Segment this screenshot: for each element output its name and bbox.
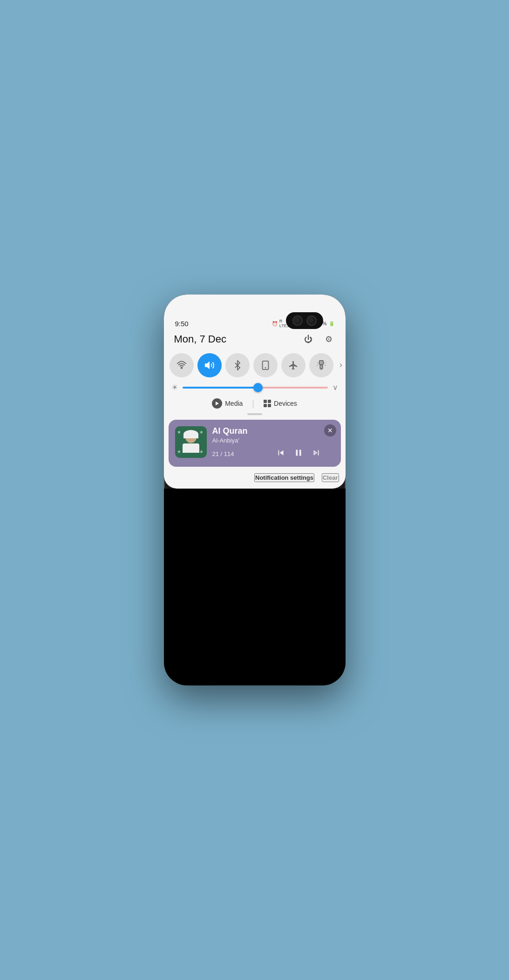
svg-marker-9 — [216, 402, 219, 405]
power-icon[interactable]: ⏻ — [302, 333, 315, 346]
notification-close-button[interactable]: ✕ — [324, 424, 336, 436]
notification-settings-button[interactable]: Notification settings — [254, 473, 314, 482]
camera-module — [286, 312, 323, 329]
qs-screen-button[interactable] — [253, 353, 278, 377]
phone-frame: 9:50 ⏰ RLTE1 📶 RLTE2 📶 67% 🔋 Mon, 7 Dec … — [164, 295, 346, 685]
svg-line-5 — [317, 362, 318, 363]
notification-actions: Notification settings Clear — [164, 470, 346, 489]
screen: 9:50 ⏰ RLTE1 📶 RLTE2 📶 67% 🔋 Mon, 7 Dec … — [164, 295, 346, 685]
qs-wifi-button[interactable] — [170, 353, 194, 377]
notification-artwork: ★ ★ ★ ★ — [175, 426, 207, 458]
date-row: Mon, 7 Dec ⏻ ⚙ — [164, 330, 346, 351]
notification-track-info: 21 / 114 — [212, 450, 273, 457]
date-text: Mon, 7 Dec — [174, 333, 227, 345]
notification-playback-buttons — [276, 448, 321, 460]
brightness-thumb[interactable] — [253, 383, 263, 392]
clear-button[interactable]: Clear — [322, 473, 339, 482]
alarm-icon: ⏰ — [272, 321, 278, 326]
media-play-icon — [212, 398, 222, 409]
brightness-icon: ☀ — [171, 383, 178, 392]
media-button[interactable]: Media — [212, 398, 243, 409]
notification-title: Al Quran — [212, 426, 321, 436]
status-time: 9:50 — [175, 320, 189, 328]
media-devices-row: Media | Devices — [164, 396, 346, 413]
prev-track-button[interactable] — [276, 448, 286, 460]
lock-screen[interactable] — [164, 489, 346, 685]
pause-button[interactable] — [293, 448, 304, 460]
qs-more-button[interactable] — [337, 353, 345, 377]
drag-handle — [247, 413, 262, 415]
notification-card: ✕ ★ ★ ★ ★ — [169, 420, 341, 467]
camera-lens-2 — [306, 315, 317, 326]
settings-icon[interactable]: ⚙ — [322, 333, 335, 346]
brightness-expand-icon[interactable]: ∨ — [333, 383, 338, 392]
brightness-slider[interactable] — [183, 387, 328, 389]
notification-top: ★ ★ ★ ★ — [175, 426, 334, 460]
brightness-row: ☀ ∨ — [164, 381, 346, 396]
qs-airplane-button[interactable] — [281, 353, 305, 377]
media-devices-separator: | — [252, 399, 254, 409]
devices-button[interactable]: Devices — [264, 400, 297, 407]
qs-bluetooth-button[interactable] — [225, 353, 250, 377]
media-label: Media — [225, 400, 243, 407]
svg-line-6 — [324, 362, 325, 363]
qs-flashlight-button[interactable] — [309, 353, 333, 377]
qs-sound-button[interactable] — [197, 353, 222, 377]
date-actions: ⏻ ⚙ — [302, 333, 335, 346]
devices-grid-icon — [264, 400, 271, 407]
battery-icon: 🔋 — [329, 321, 334, 326]
next-track-button[interactable] — [311, 448, 321, 460]
notification-controls: 21 / 114 — [212, 448, 321, 460]
notification-subtitle: Al-Anbiya' — [212, 437, 321, 444]
devices-label: Devices — [274, 400, 297, 407]
svg-rect-3 — [320, 365, 323, 369]
svg-point-0 — [181, 367, 182, 369]
notification-info: Al Quran Al-Anbiya' 21 / 114 — [212, 426, 334, 460]
quick-settings-row — [164, 351, 346, 381]
camera-lens-1 — [292, 315, 303, 326]
